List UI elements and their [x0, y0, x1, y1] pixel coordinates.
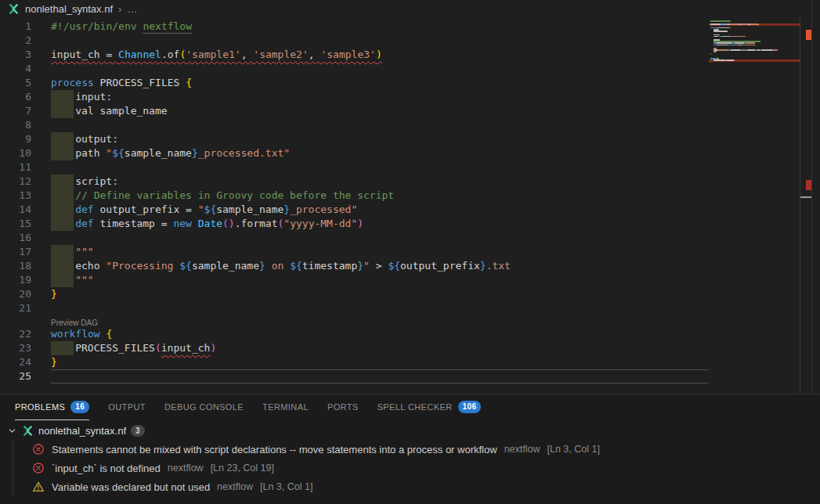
problems-count-badge: 3 [131, 425, 145, 437]
code-token: } [284, 203, 290, 215]
bottom-panel: PROBLEMS16OUTPUTDEBUG CONSOLETERMINALPOR… [0, 394, 820, 504]
tab-label: SPELL CHECKER [377, 402, 453, 412]
code-line[interactable]: 2 [0, 34, 709, 48]
line-number: 22 [0, 327, 31, 341]
code-token: , [309, 49, 321, 60]
code-token: .format [235, 218, 278, 229]
code-token: script: [75, 175, 118, 187]
code-token: "Processing [106, 260, 179, 272]
code-token: of [168, 49, 180, 60]
code-line[interactable]: 18echo "Processing ${sample_name} on ${t… [0, 259, 709, 273]
breadcrumb-separator-icon: › [118, 3, 121, 15]
nextflow-file-icon [8, 3, 20, 15]
code-token: 'sample2' [253, 49, 308, 60]
code-line[interactable]: 22workflow { [0, 327, 709, 341]
code-line[interactable]: 13// Define variables in Groovy code bef… [0, 189, 709, 203]
problem-source: nextflow [168, 463, 204, 473]
panel-tab-problems[interactable]: PROBLEMS16 [15, 394, 89, 420]
code-text: path "${sample_name}_processed.txt" [51, 146, 709, 160]
line-number: 11 [0, 160, 31, 175]
problem-row[interactable]: `input_ch` is not definednextflow[Ln 23,… [0, 459, 820, 477]
indent-highlight [51, 203, 74, 217]
code-line[interactable]: 21 [0, 301, 709, 315]
chevron-down-icon[interactable] [7, 426, 17, 436]
code-line[interactable]: 3input_ch = Channel.of('sample1', 'sampl… [0, 48, 709, 62]
code-token: sample_name [125, 147, 192, 159]
code-line[interactable]: 12script: [0, 175, 709, 189]
code-token: } [480, 260, 486, 272]
panel-tabs: PROBLEMS16OUTPUTDEBUG CONSOLETERMINALPOR… [0, 394, 820, 420]
code-line[interactable]: 6input: [0, 90, 709, 104]
code-token: timestamp = [94, 218, 174, 229]
line-number: 19 [0, 273, 31, 287]
code-line[interactable]: 9output: [0, 132, 709, 146]
code-token: , [241, 49, 254, 60]
breadcrumb-filename[interactable]: nonlethal_syntax.nf [25, 3, 113, 15]
code-line[interactable]: 16 [0, 231, 709, 245]
code-token: _processed.txt" [198, 147, 290, 159]
line-number: 20 [0, 287, 31, 301]
line-number [0, 315, 31, 327]
code-line[interactable]: 11 [0, 160, 709, 175]
code-line[interactable]: 14def output_prefix = "${sample_name}_pr… [0, 203, 709, 217]
code-token: } [357, 260, 363, 272]
panel-tab-output[interactable]: OUTPUT [108, 394, 146, 420]
code-area[interactable]: 1#!/usr/bin/env nextflow23input_ch = Cha… [0, 17, 709, 394]
code-text [51, 231, 709, 245]
code-token: output: [75, 133, 118, 145]
code-token: sample_name [216, 203, 284, 215]
code-line[interactable]: 15def timestamp = new Date().format("yyy… [0, 217, 709, 231]
line-number: 23 [0, 341, 31, 355]
code-line[interactable]: 5process PROCESS_FILES { [0, 76, 709, 90]
code-token: ) [210, 342, 216, 354]
code-token: > [370, 260, 388, 272]
code-token: ${ [112, 147, 125, 159]
panel-tab-ports[interactable]: PORTS [327, 394, 359, 420]
code-line[interactable]: 20} [0, 287, 709, 301]
overview-ruler[interactable] [800, 17, 811, 394]
code-line[interactable]: 10path "${sample_name}_processed.txt" [0, 146, 709, 160]
line-number: 3 [0, 48, 31, 62]
code-line[interactable]: 1#!/usr/bin/env nextflow [0, 20, 709, 34]
codelens-label[interactable]: Preview DAG [51, 319, 98, 327]
problem-row[interactable]: Statements cannot be mixed with script d… [0, 440, 820, 459]
code-token: timestamp [302, 260, 357, 272]
indent-highlight [51, 104, 74, 118]
code-token: .txt [486, 260, 511, 272]
problems-file-row[interactable]: nonlethal_syntax.nf 3 [0, 422, 820, 440]
code-token: . [161, 49, 168, 60]
code-line[interactable]: 8 [0, 118, 709, 132]
indent-highlight [51, 245, 74, 259]
code-line[interactable]: 17""" [0, 245, 709, 259]
code-token: Channel [118, 49, 161, 60]
breadcrumb-more[interactable]: … [127, 3, 137, 15]
code-text: PROCESS_FILES(input_ch) [51, 341, 709, 355]
panel-tab-terminal[interactable]: TERMINAL [262, 394, 309, 420]
code-token: process [51, 77, 94, 88]
indent-highlight [51, 341, 74, 355]
code-token: path [75, 147, 106, 159]
problem-source: nextflow [217, 481, 253, 492]
indent-highlight [51, 175, 74, 189]
scrollbar-track[interactable] [811, 0, 812, 394]
panel-tab-spell-checker[interactable]: SPELL CHECKER106 [377, 394, 482, 420]
line-number: 17 [0, 245, 31, 259]
warning-icon [32, 481, 45, 493]
code-token: input: [75, 91, 112, 103]
problem-row[interactable]: Variable was declared but not usednextfl… [0, 477, 820, 496]
code-line[interactable]: 7val sample_name [0, 104, 709, 118]
code-line[interactable]: 24} [0, 355, 709, 369]
code-token: // Define variables in Groovy code befor… [75, 189, 394, 201]
code-text: // Define variables in Groovy code befor… [51, 189, 709, 203]
codelens-row[interactable]: Preview DAG [0, 315, 709, 327]
code-line[interactable]: 19""" [0, 273, 709, 287]
minimap[interactable] [709, 17, 800, 394]
indent-highlight [51, 259, 74, 273]
code-line[interactable]: 23PROCESS_FILES(input_ch) [0, 341, 709, 355]
code-line[interactable]: 25 [0, 369, 709, 383]
code-line[interactable]: 4 [0, 62, 709, 76]
code-text: input: [51, 90, 709, 104]
code-token: nextflow [143, 20, 192, 32]
current-line [51, 369, 709, 383]
panel-tab-debug-console[interactable]: DEBUG CONSOLE [164, 394, 244, 420]
